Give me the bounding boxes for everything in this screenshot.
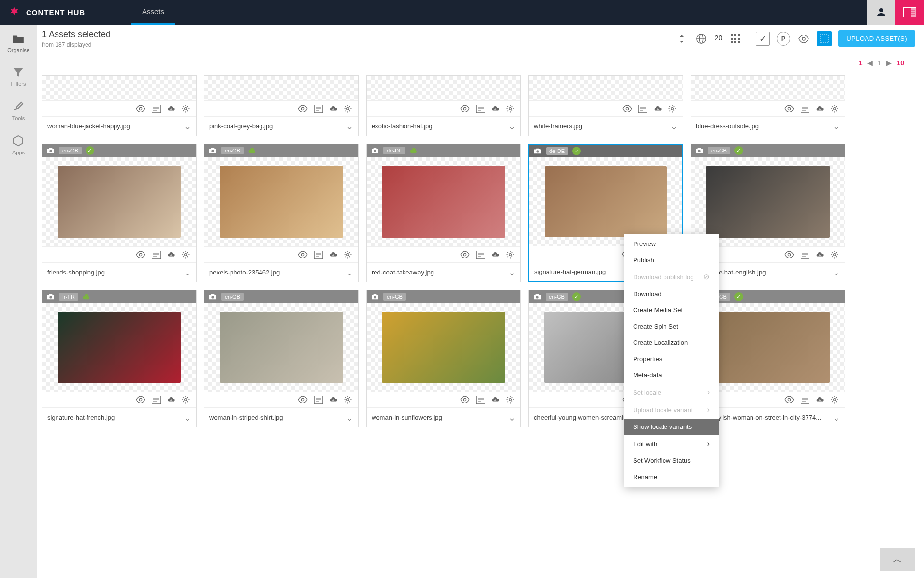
metadata-icon[interactable]: [801, 396, 809, 404]
ctx-preview[interactable]: Preview: [624, 236, 719, 252]
user-menu-button[interactable]: [867, 0, 895, 25]
asset-card[interactable]: woman-blue-jacket-happy.jpg⌄: [42, 75, 197, 136]
download-icon[interactable]: [167, 396, 175, 404]
chevron-down-icon[interactable]: ⌄: [346, 267, 353, 278]
metadata-icon[interactable]: [152, 105, 161, 113]
preview-icon[interactable]: [460, 105, 470, 112]
upload-button[interactable]: UPLOAD ASSET(S): [838, 30, 915, 47]
sidebar-item-apps[interactable]: Apps: [12, 135, 25, 155]
download-icon[interactable]: [491, 396, 500, 404]
chevron-down-icon[interactable]: ⌄: [184, 267, 191, 278]
scroll-top-button[interactable]: ︿: [880, 548, 915, 571]
gear-icon[interactable]: [506, 250, 515, 259]
download-icon[interactable]: [329, 251, 338, 259]
download-icon[interactable]: [329, 396, 338, 404]
asset-card[interactable]: en-GBwoman-in-striped-shirt.jpg⌄: [204, 290, 359, 427]
download-icon[interactable]: [653, 105, 662, 113]
gear-icon[interactable]: [506, 395, 515, 404]
chevron-down-icon[interactable]: ⌄: [184, 121, 191, 132]
sidebar-item-organise[interactable]: Organise: [7, 33, 29, 53]
asset-card[interactable]: exotic-fashion-hat.jpg⌄: [366, 75, 521, 136]
asset-card[interactable]: en-GBpexels-photo-235462.jpg⌄: [204, 144, 359, 282]
chevron-down-icon[interactable]: ⌄: [833, 267, 840, 278]
publish-icon[interactable]: P: [777, 32, 790, 46]
ctx-create-localization[interactable]: Create Localization: [624, 335, 719, 351]
ctx-set-workflow-status[interactable]: Set Workflow Status: [624, 453, 719, 469]
selection-mode-icon[interactable]: [817, 31, 832, 46]
preview-icon[interactable]: [784, 396, 795, 403]
check-icon[interactable]: ✓: [756, 32, 770, 46]
ctx-show-locale-variants[interactable]: Show locale variants: [624, 419, 719, 435]
asset-card[interactable]: fr-FRsignature-hat-french.jpg⌄: [42, 290, 197, 427]
download-icon[interactable]: [491, 105, 500, 113]
asset-card[interactable]: white-trainers.jpg⌄: [528, 75, 683, 136]
gear-icon[interactable]: [344, 250, 352, 259]
sidebar-item-filters[interactable]: Filters: [11, 67, 26, 87]
ctx-create-spin-set[interactable]: Create Spin Set: [624, 318, 719, 335]
metadata-icon[interactable]: [314, 105, 323, 113]
chevron-down-icon[interactable]: ⌄: [833, 412, 840, 423]
asset-card[interactable]: blue-dress-outside.jpg⌄: [691, 75, 845, 136]
preview-icon[interactable]: [297, 251, 308, 258]
gear-icon[interactable]: [181, 104, 190, 113]
sidebar-item-tools[interactable]: Tools: [12, 100, 25, 121]
preview-icon[interactable]: [135, 251, 146, 258]
gear-icon[interactable]: [668, 104, 677, 113]
ctx-edit-with[interactable]: Edit with›: [624, 435, 719, 453]
preview-icon[interactable]: [784, 105, 795, 112]
metadata-icon[interactable]: [801, 105, 809, 113]
asset-card[interactable]: en-GB✓friends-shopping.jpg⌄: [42, 144, 197, 282]
gear-icon[interactable]: [830, 395, 839, 404]
metadata-icon[interactable]: [801, 251, 809, 259]
preview-icon[interactable]: [297, 105, 308, 112]
metadata-icon[interactable]: [314, 396, 323, 404]
metadata-icon[interactable]: [314, 251, 323, 259]
preview-icon[interactable]: [784, 251, 795, 258]
download-icon[interactable]: [815, 105, 824, 113]
metadata-icon[interactable]: [152, 251, 161, 259]
gear-icon[interactable]: [344, 395, 352, 404]
ctx-rename[interactable]: Rename: [624, 469, 719, 485]
download-icon[interactable]: [329, 105, 338, 113]
tab-assets[interactable]: Assets: [131, 0, 175, 25]
metadata-icon[interactable]: [152, 396, 161, 404]
gear-icon[interactable]: [181, 395, 190, 404]
asset-card[interactable]: de-DEred-coat-takeaway.jpg⌄: [366, 144, 521, 282]
chevron-down-icon[interactable]: ⌄: [346, 121, 353, 132]
preview-icon[interactable]: [135, 105, 146, 112]
chevron-down-icon[interactable]: ⌄: [346, 412, 353, 423]
page-next[interactable]: ▶: [886, 59, 892, 67]
preview-icon[interactable]: [622, 105, 633, 112]
gear-icon[interactable]: [344, 104, 352, 113]
gear-icon[interactable]: [830, 250, 839, 259]
preview-icon[interactable]: [797, 32, 810, 45]
chevron-down-icon[interactable]: ⌄: [508, 412, 516, 423]
metadata-icon[interactable]: [638, 105, 647, 113]
download-icon[interactable]: [167, 105, 175, 113]
gear-icon[interactable]: [830, 104, 839, 113]
globe-icon[interactable]: [695, 32, 708, 45]
chevron-down-icon[interactable]: ⌄: [833, 121, 840, 132]
preview-icon[interactable]: [297, 396, 308, 403]
gear-icon[interactable]: [506, 104, 515, 113]
preview-icon[interactable]: [460, 396, 470, 403]
grid-view-icon[interactable]: [729, 32, 742, 45]
page-total[interactable]: 10: [896, 59, 904, 67]
gear-icon[interactable]: [181, 250, 190, 259]
ctx-properties[interactable]: Properties: [624, 351, 719, 367]
chevron-down-icon[interactable]: ⌄: [670, 121, 678, 132]
download-icon[interactable]: [491, 251, 500, 259]
asset-card[interactable]: en-GBwoman-in-sunflowers.jpg⌄: [366, 290, 521, 427]
metadata-icon[interactable]: [476, 105, 485, 113]
metadata-icon[interactable]: [476, 396, 485, 404]
panel-toggle-button[interactable]: [895, 0, 924, 25]
ctx-download[interactable]: Download: [624, 286, 719, 302]
metadata-icon[interactable]: [476, 251, 485, 259]
download-icon[interactable]: [815, 251, 824, 259]
asset-card[interactable]: pink-coat-grey-bag.jpg⌄: [204, 75, 359, 136]
ctx-create-media-set[interactable]: Create Media Set: [624, 302, 719, 318]
ctx-publish[interactable]: Publish: [624, 252, 719, 268]
page-set[interactable]: 1: [859, 59, 863, 67]
sort-icon[interactable]: [675, 32, 688, 45]
download-icon[interactable]: [815, 396, 824, 404]
